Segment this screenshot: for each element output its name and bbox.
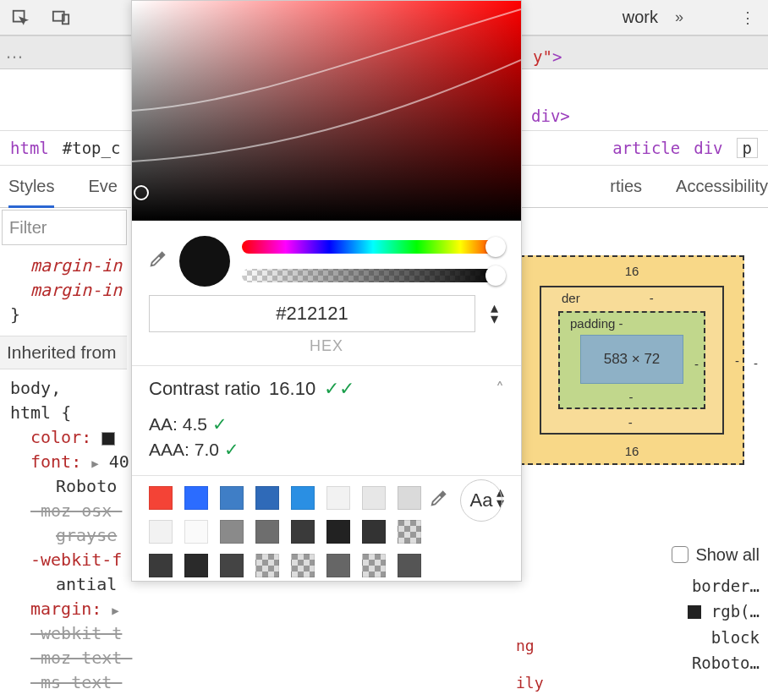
palette-swatch[interactable] — [184, 486, 208, 510]
breadcrumb-div[interactable]: div — [694, 139, 722, 157]
palette-swatch[interactable] — [255, 554, 279, 577]
contrast-label: Contrast ratio — [149, 378, 261, 400]
alpha-slider[interactable] — [242, 269, 504, 282]
device-toggle-icon[interactable] — [49, 6, 73, 30]
kebab-menu-icon[interactable]: ⋮ — [736, 6, 760, 30]
css-prop-color[interactable]: color: — [30, 427, 91, 447]
css-prop-font[interactable]: font: — [30, 451, 81, 472]
box-margin-bottom[interactable]: 16 — [625, 444, 639, 458]
css-prop-struck[interactable]: -webkit-t — [30, 621, 265, 646]
breadcrumb-current[interactable]: p — [737, 138, 758, 158]
show-all-checkbox[interactable] — [672, 546, 688, 563]
box-border-label: der — [562, 291, 580, 305]
dom-node-attr: y"> — [533, 47, 562, 66]
contrast-sample[interactable]: Aa — [460, 479, 502, 522]
tab-event-listeners[interactable]: Eve — [88, 177, 117, 196]
expand-icon[interactable]: ▶ — [112, 604, 118, 617]
palette-swatch[interactable] — [326, 486, 350, 510]
color-picker: ▴▾ HEX Contrast ratio 16.10 ✓✓ ˄ AA: 4.5… — [131, 0, 522, 582]
aa-value: 4.5 — [183, 414, 207, 434]
tab-properties[interactable]: rties — [610, 177, 642, 196]
css-prop-struck[interactable]: -ms-text- — [30, 670, 265, 695]
box-margin-top[interactable]: 16 — [625, 264, 639, 278]
palette-swatch[interactable] — [398, 486, 421, 510]
tab-styles[interactable]: Styles — [8, 177, 54, 208]
palette-swatch[interactable] — [398, 554, 421, 577]
hue-slider[interactable] — [242, 240, 504, 254]
alpha-knob-icon[interactable] — [485, 265, 506, 286]
contrast-value: 16.10 — [269, 378, 315, 400]
show-all-label: Show all — [695, 541, 760, 568]
styles-filter-input[interactable]: Filter — [2, 210, 127, 245]
palette-swatch[interactable] — [184, 520, 208, 544]
overflow-chevrons-icon[interactable]: » — [675, 8, 683, 26]
css-prop-webkit-f[interactable]: -webkit-f — [30, 550, 122, 570]
eyedropper-icon[interactable] — [149, 249, 167, 273]
aaa-label: AAA: — [149, 440, 189, 459]
css-prop-struck[interactable]: -moz-text- — [30, 646, 265, 670]
palette-swatch[interactable] — [326, 554, 350, 577]
collapse-icon[interactable]: ˄ — [496, 379, 504, 399]
box-content-size[interactable]: 583 × 72 — [580, 335, 683, 384]
dom-node-div: div> — [531, 107, 570, 125]
computed-row[interactable]: Roboto… — [506, 650, 760, 675]
palette-swatch[interactable] — [220, 520, 244, 544]
breadcrumb-top[interactable]: #top_c — [63, 139, 121, 157]
breadcrumb-article[interactable]: article — [612, 139, 680, 157]
tab-accessibility[interactable]: Accessibility — [676, 177, 768, 196]
palette-swatch[interactable] — [362, 554, 386, 577]
box-padding-bottom[interactable]: - — [629, 390, 634, 404]
palette-swatch[interactable] — [184, 554, 208, 577]
palette-swatch[interactable] — [362, 520, 386, 544]
hex-format-label: HEX — [132, 337, 521, 365]
aaa-value: 7.0 — [195, 440, 219, 459]
palette-swatch[interactable] — [291, 520, 315, 544]
palette-swatch[interactable] — [220, 486, 244, 510]
palette-row — [149, 554, 504, 577]
palette-swatch[interactable] — [362, 486, 386, 510]
pass-check-icon: ✓ — [224, 440, 239, 459]
palette-swatch[interactable] — [149, 486, 173, 510]
saturation-cursor-icon[interactable] — [134, 185, 149, 200]
palette-swatch[interactable] — [149, 520, 173, 544]
css-prop-margin[interactable]: margin: — [30, 599, 101, 619]
css-prop[interactable]: margin-in — [30, 280, 122, 300]
tab-network[interactable]: work — [623, 8, 658, 27]
hue-knob-icon[interactable] — [485, 237, 506, 257]
box-padding-label: padding - — [570, 316, 623, 331]
inspect-icon[interactable] — [8, 6, 32, 30]
palette-swatch[interactable] — [149, 554, 173, 577]
pass-check-icon: ✓✓ — [324, 378, 354, 400]
palette-swatch[interactable] — [220, 554, 244, 577]
ellipsis-icon[interactable]: … — [5, 41, 24, 63]
saturation-area[interactable] — [132, 1, 521, 221]
inherited-from-label: Inherited from — [0, 336, 127, 369]
computed-row[interactable]: block — [506, 625, 760, 650]
computed-row[interactable]: border… — [506, 573, 760, 599]
format-stepper-icon[interactable]: ▴▾ — [484, 303, 504, 324]
box-model-diagram: 16 16 - der - - padding - - - 583 × 72 - — [519, 255, 744, 465]
expand-icon[interactable]: ▶ — [91, 457, 98, 470]
palette-swatch[interactable] — [326, 520, 350, 544]
breadcrumb-html[interactable]: html — [10, 139, 49, 157]
box-margin-right[interactable]: - — [735, 353, 739, 368]
box-border-bottom[interactable]: - — [628, 415, 633, 429]
palette-swatch[interactable] — [398, 520, 421, 544]
color-swatch-icon[interactable] — [688, 605, 701, 619]
hex-input[interactable] — [149, 295, 475, 332]
box-padding-right[interactable]: - — [694, 357, 699, 371]
current-color-swatch — [179, 236, 230, 287]
contrast-eyedropper-icon[interactable] — [430, 489, 448, 512]
palette-swatch[interactable] — [255, 486, 279, 510]
css-prop-tsa[interactable]: text-size-adjust: 100%; — [30, 697, 265, 700]
color-swatch-icon[interactable] — [101, 432, 115, 446]
box-border-dash[interactable]: - — [650, 291, 654, 305]
computed-row[interactable]: rgb(… — [711, 602, 760, 621]
aa-label: AA: — [149, 414, 178, 434]
palette-swatch[interactable] — [291, 554, 315, 577]
palette-swatch[interactable] — [255, 520, 279, 544]
css-selector[interactable]: body, — [10, 378, 61, 398]
box-margin-ext[interactable]: - — [754, 356, 758, 370]
css-prop[interactable]: margin-in — [30, 255, 122, 276]
palette-swatch[interactable] — [291, 486, 315, 510]
